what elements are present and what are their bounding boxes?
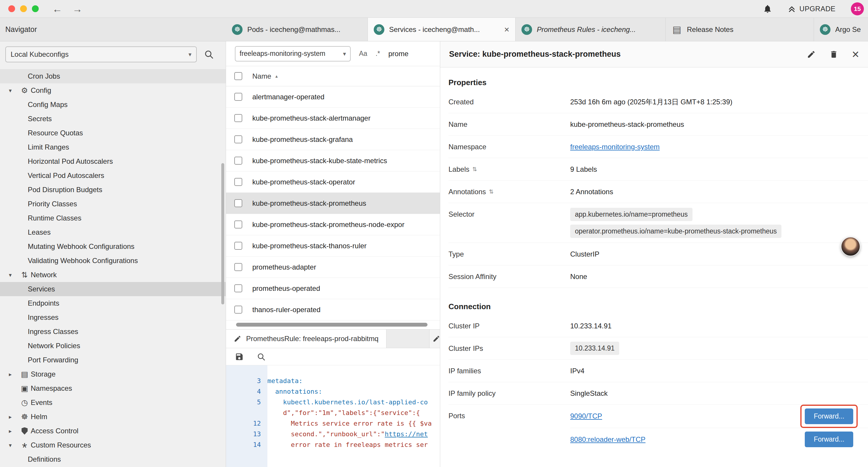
- port-link[interactable]: 9090/TCP: [570, 412, 602, 420]
- sidebar-item[interactable]: Network Policies: [0, 339, 226, 353]
- sidebar-search-icon[interactable]: [204, 49, 214, 59]
- table-row[interactable]: kube-prometheus-stack-prometheus: [226, 193, 440, 214]
- sort-ascending-icon[interactable]: ▴: [275, 73, 278, 79]
- table-row[interactable]: alertmanager-operated: [226, 86, 440, 108]
- table-row[interactable]: kube-prometheus-stack-operator: [226, 171, 440, 193]
- delete-icon[interactable]: [829, 50, 838, 59]
- expand-chevron-icon[interactable]: ▾: [9, 272, 18, 279]
- sidebar-item[interactable]: Secrets: [0, 112, 226, 126]
- sidebar-item[interactable]: Endpoints: [0, 296, 226, 310]
- table-row[interactable]: kube-prometheus-stack-prometheus-node-ex…: [226, 214, 440, 235]
- row-checkbox[interactable]: [234, 199, 242, 207]
- table-row[interactable]: kube-prometheus-stack-kube-state-metrics: [226, 150, 440, 171]
- workspace-tab[interactable]: ▤ Release Notes: [665, 18, 814, 41]
- table-row[interactable]: kube-prometheus-stack-grafana: [226, 129, 440, 150]
- sidebar-item[interactable]: ▸ ☸ Helm: [0, 410, 226, 424]
- sidebar-item[interactable]: Ingresses: [0, 310, 226, 324]
- row-checkbox[interactable]: [234, 157, 242, 165]
- table-row[interactable]: prometheus-adapter: [226, 257, 440, 278]
- minimize-window-button[interactable]: [20, 5, 27, 12]
- name-column-header[interactable]: Name: [252, 72, 271, 80]
- sidebar-item[interactable]: ▾ ⚙ Config: [0, 83, 226, 97]
- sidebar-item[interactable]: Services: [0, 282, 226, 296]
- table-row[interactable]: prometheus-operated: [226, 278, 440, 299]
- row-checkbox[interactable]: [234, 284, 242, 292]
- sidebar-item[interactable]: Priority Classes: [0, 197, 226, 211]
- workspace-tab[interactable]: ☸ Argo Se: [814, 18, 868, 41]
- expand-chevron-icon[interactable]: ▾: [9, 87, 18, 94]
- sidebar-item[interactable]: Pod Disruption Budgets: [0, 183, 226, 197]
- workspace-tab[interactable]: ☸ Services - icecheng@math... ×: [368, 18, 516, 41]
- close-drawer-icon[interactable]: ×: [852, 48, 859, 61]
- editor-search-icon[interactable]: [257, 352, 266, 361]
- user-avatar[interactable]: [841, 237, 860, 256]
- sidebar-item[interactable]: Validating Webhook Configurations: [0, 254, 226, 268]
- regex-toggle[interactable]: .*: [375, 50, 380, 58]
- namespace-link[interactable]: freeleaps-monitoring-system: [570, 143, 660, 151]
- forward-button[interactable]: Forward...: [805, 432, 853, 447]
- dock-tab-active[interactable]: PrometheusRule: freeleaps-prod-rabbitmq: [226, 329, 386, 348]
- workspace-tab[interactable]: ☸ Prometheus Rules - icecheng...: [516, 18, 665, 41]
- sidebar-item[interactable]: Horizontal Pod Autoscalers: [0, 154, 226, 169]
- history-back-button[interactable]: ←: [52, 4, 62, 14]
- dock-tab-partial[interactable]: [429, 329, 440, 348]
- sidebar-scrollbar[interactable]: [221, 163, 224, 304]
- unfold-more-icon[interactable]: ⇅: [489, 188, 494, 195]
- sidebar-item[interactable]: ▾ ⇅ Network: [0, 268, 226, 282]
- sidebar-item[interactable]: Resource Quotas: [0, 126, 226, 140]
- save-icon[interactable]: [235, 352, 244, 361]
- sidebar-item[interactable]: ▾ * Custom Resources: [0, 438, 226, 452]
- kubeconfig-selector[interactable]: Local Kubeconfigs ▾: [5, 47, 197, 62]
- sidebar-item[interactable]: Definitions: [0, 452, 226, 466]
- unfold-more-icon[interactable]: ⇅: [472, 166, 477, 173]
- expand-chevron-icon[interactable]: ▸: [9, 413, 18, 420]
- row-checkbox[interactable]: [234, 135, 242, 143]
- history-forward-button[interactable]: →: [72, 4, 83, 14]
- property-value[interactable]: 2 Annotations: [570, 188, 859, 196]
- port-link[interactable]: 8080:reloader-web/TCP: [570, 435, 646, 444]
- maximize-window-button[interactable]: [32, 5, 39, 12]
- sidebar-item[interactable]: Port Forwarding: [0, 353, 226, 367]
- select-all-checkbox[interactable]: [234, 72, 242, 80]
- horizontal-scrollbar[interactable]: [226, 320, 440, 329]
- workspace-tab[interactable]: ☸ Pods - icecheng@mathmas...: [226, 18, 368, 41]
- edit-icon[interactable]: [807, 50, 816, 59]
- sidebar-item[interactable]: Config Maps: [0, 97, 226, 112]
- search-query-input[interactable]: prome: [388, 50, 408, 58]
- row-checkbox[interactable]: [234, 178, 242, 186]
- sidebar-item[interactable]: Leases: [0, 225, 226, 239]
- property-value[interactable]: 9 Labels: [570, 165, 859, 174]
- sidebar-item[interactable]: Vertical Pod Autoscalers: [0, 169, 226, 183]
- upgrade-button[interactable]: UPGRADE: [788, 5, 836, 13]
- sidebar-item[interactable]: Ingress Classes: [0, 324, 226, 339]
- expand-chevron-icon[interactable]: ▸: [9, 428, 18, 435]
- notification-count-badge[interactable]: 15: [851, 2, 864, 16]
- table-row[interactable]: kube-prometheus-stack-thanos-ruler: [226, 235, 440, 257]
- row-checkbox[interactable]: [234, 305, 242, 314]
- sidebar-item[interactable]: Limit Ranges: [0, 140, 226, 154]
- horizontal-scrollbar-thumb[interactable]: [236, 323, 428, 327]
- row-checkbox[interactable]: [234, 242, 242, 250]
- row-checkbox[interactable]: [234, 263, 242, 271]
- table-row[interactable]: kube-prometheus-stack-alertmanager: [226, 108, 440, 129]
- sidebar-item[interactable]: ▸ ▤ Storage: [0, 367, 226, 381]
- expand-chevron-icon[interactable]: ▸: [9, 371, 18, 378]
- row-checkbox[interactable]: [234, 221, 242, 229]
- row-checkbox[interactable]: [234, 93, 242, 101]
- yaml-editor[interactable]: 3 metadata: 4 annotations: 5 kubectl.kub…: [226, 365, 440, 467]
- sidebar-item[interactable]: Mutating Webhook Configurations: [0, 239, 226, 254]
- sidebar-item[interactable]: ▣ Namespaces: [0, 381, 226, 396]
- namespace-selector[interactable]: freeleaps-monitoring-system ▾: [235, 46, 351, 61]
- match-case-toggle[interactable]: Aa: [359, 50, 367, 58]
- notifications-button[interactable]: [763, 4, 772, 13]
- close-tab-icon[interactable]: ×: [504, 25, 509, 35]
- row-checkbox[interactable]: [234, 114, 242, 122]
- table-row[interactable]: thanos-ruler-operated: [226, 299, 440, 320]
- sidebar-item[interactable]: ▸ Access Control: [0, 424, 226, 438]
- close-window-button[interactable]: [8, 5, 15, 12]
- sidebar-item[interactable]: Cron Jobs: [0, 69, 226, 83]
- expand-chevron-icon[interactable]: ▾: [9, 442, 18, 449]
- sidebar-item[interactable]: Runtime Classes: [0, 211, 226, 225]
- sidebar-item[interactable]: ◷ Events: [0, 396, 226, 410]
- forward-button[interactable]: Forward...: [805, 408, 853, 424]
